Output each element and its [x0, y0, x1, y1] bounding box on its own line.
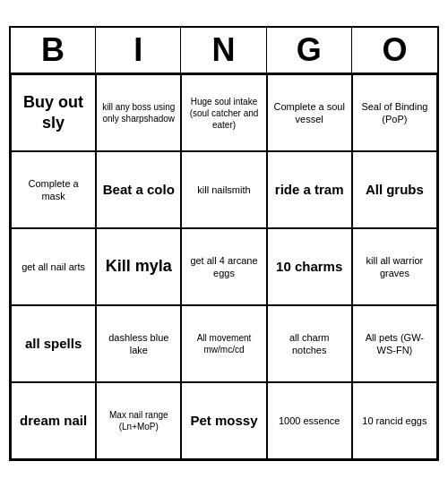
- bingo-cell-7: kill nailsmith: [181, 151, 266, 228]
- bingo-cell-6: Beat a colo: [96, 151, 181, 228]
- bingo-cell-10: get all nail arts: [11, 228, 96, 305]
- bingo-cell-1: kill any boss using only sharpshadow: [96, 74, 181, 151]
- bingo-cell-4: Seal of Binding (PoP): [352, 74, 437, 151]
- bingo-cell-20: dream nail: [11, 382, 96, 459]
- bingo-cell-18: all charm notches: [267, 305, 352, 382]
- header-letter-B: B: [11, 28, 96, 73]
- bingo-cell-13: 10 charms: [267, 228, 352, 305]
- bingo-header: BINGO: [11, 28, 437, 74]
- bingo-card: BINGO Buy out slykill any boss using onl…: [9, 26, 439, 461]
- bingo-cell-12: get all 4 arcane eggs: [181, 228, 266, 305]
- header-letter-G: G: [267, 28, 352, 73]
- header-letter-I: I: [96, 28, 181, 73]
- bingo-cell-14: kill all warrior graves: [352, 228, 437, 305]
- bingo-cell-9: All grubs: [352, 151, 437, 228]
- bingo-cell-3: Complete a soul vessel: [267, 74, 352, 151]
- bingo-cell-21: Max nail range (Ln+MoP): [96, 382, 181, 459]
- bingo-cell-15: all spells: [11, 305, 96, 382]
- bingo-cell-22: Pet mossy: [181, 382, 266, 459]
- bingo-cell-16: dashless blue lake: [96, 305, 181, 382]
- bingo-cell-19: All pets (GW-WS-FN): [352, 305, 437, 382]
- bingo-cell-23: 1000 essence: [267, 382, 352, 459]
- bingo-cell-5: Complete a mask: [11, 151, 96, 228]
- bingo-cell-8: ride a tram: [267, 151, 352, 228]
- bingo-cell-0: Buy out sly: [11, 74, 96, 151]
- bingo-grid: Buy out slykill any boss using only shar…: [11, 74, 437, 459]
- header-letter-O: O: [352, 28, 437, 73]
- header-letter-N: N: [181, 28, 266, 73]
- bingo-cell-11: Kill myla: [96, 228, 181, 305]
- bingo-cell-2: Huge soul intake (soul catcher and eater…: [181, 74, 266, 151]
- bingo-cell-24: 10 rancid eggs: [352, 382, 437, 459]
- bingo-cell-17: All movement mw/mc/cd: [181, 305, 266, 382]
